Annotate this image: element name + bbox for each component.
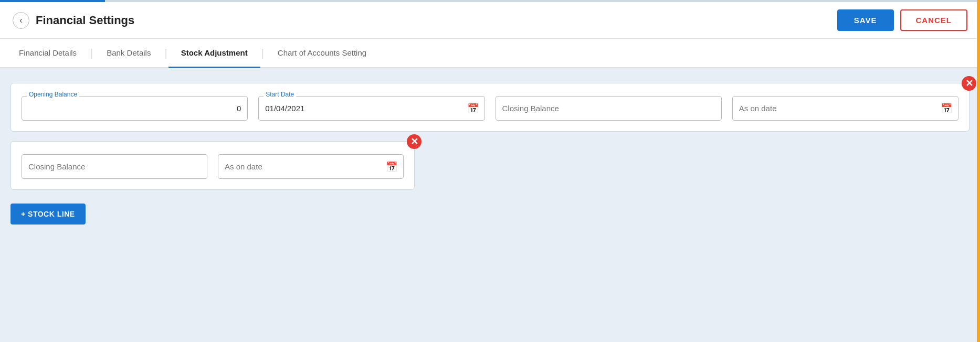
- cancel-button[interactable]: CANCEL: [900, 9, 968, 31]
- remove-line-1-button[interactable]: ✕: [962, 76, 976, 91]
- header-left: ‹ Financial Settings: [13, 12, 134, 29]
- as-on-date-field-1: 📅: [732, 96, 958, 121]
- closing-balance-field-2: [22, 154, 207, 179]
- as-on-date-input-1[interactable]: [732, 96, 958, 121]
- start-date-input[interactable]: [258, 96, 484, 121]
- start-date-label: Start Date: [264, 91, 296, 98]
- opening-balance-input[interactable]: [22, 96, 248, 121]
- tabs-bar: Financial Details | Bank Details | Stock…: [0, 39, 980, 68]
- tab-bank-details[interactable]: Bank Details: [94, 39, 163, 68]
- progress-bar: [0, 0, 980, 2]
- tab-divider-2: |: [163, 47, 168, 59]
- accent-bar: [977, 0, 980, 342]
- main-content: Opening Balance Start Date 📅 📅 ✕: [0, 68, 980, 330]
- stock-line-2: 📅 ✕: [10, 141, 415, 190]
- header: ‹ Financial Settings SAVE CANCEL: [0, 2, 980, 39]
- opening-balance-field: Opening Balance: [22, 96, 248, 121]
- header-right: SAVE CANCEL: [837, 9, 967, 31]
- progress-bar-fill: [0, 0, 105, 2]
- tab-chart-of-accounts[interactable]: Chart of Accounts Setting: [265, 39, 379, 68]
- as-on-date-input-2[interactable]: [218, 154, 404, 179]
- remove-line-2-button[interactable]: ✕: [407, 134, 421, 149]
- tab-stock-adjustment[interactable]: Stock Adjustment: [168, 39, 260, 68]
- start-date-field: Start Date 📅: [258, 96, 484, 121]
- closing-balance-input-2[interactable]: [22, 154, 207, 179]
- closing-balance-field-1: [496, 96, 722, 121]
- opening-balance-label: Opening Balance: [27, 91, 79, 98]
- save-button[interactable]: SAVE: [837, 9, 894, 31]
- tab-divider-3: |: [260, 47, 265, 59]
- add-stock-line-button[interactable]: + STOCK LINE: [10, 204, 86, 225]
- tab-divider-1: |: [89, 47, 94, 59]
- back-button[interactable]: ‹: [13, 12, 29, 29]
- closing-balance-input-1[interactable]: [496, 96, 722, 121]
- stock-line-1: Opening Balance Start Date 📅 📅 ✕: [10, 83, 970, 132]
- page-title: Financial Settings: [36, 14, 134, 27]
- tab-financial-details[interactable]: Financial Details: [6, 39, 89, 68]
- as-on-date-field-2: 📅: [218, 154, 404, 179]
